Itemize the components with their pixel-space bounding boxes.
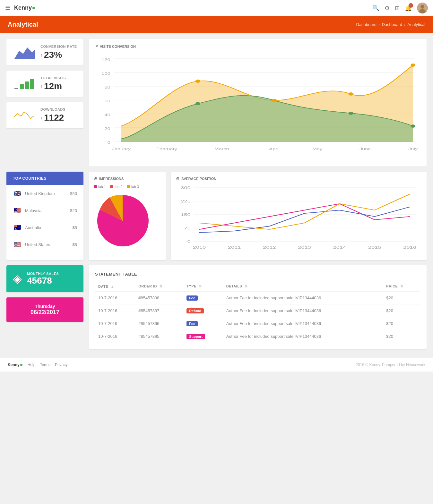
visits-value: ↑ 12m [40, 81, 77, 91]
monthly-sales-value: 45678 [27, 276, 59, 286]
svg-point-30 [411, 64, 415, 67]
notifications-icon[interactable]: 🔔5 [405, 4, 412, 12]
svg-point-29 [349, 92, 353, 96]
conversion-rate-card: CONVERSION RATE ↑ 23% [6, 39, 83, 65]
col-price[interactable]: PRICE ⇅ [383, 282, 420, 291]
sort-icon: ⇅ [160, 284, 163, 288]
svg-text:0: 0 [108, 141, 110, 145]
footer-logo: Kenny [8, 363, 22, 367]
row-1: CONVERSION RATE ↑ 23% [6, 39, 427, 167]
cell-price: $20 [383, 304, 420, 317]
visits-arrow: ↑ [40, 84, 43, 89]
col-type[interactable]: TYPE ⇅ [183, 282, 223, 291]
us-name: United States [25, 242, 69, 247]
logo: Kenny [14, 4, 35, 11]
svg-point-26 [411, 124, 415, 128]
svg-text:75: 75 [184, 226, 190, 230]
date-value: 06/22/2017 [30, 309, 59, 316]
cell-type: Support [183, 330, 223, 343]
svg-text:2011: 2011 [228, 246, 241, 249]
col-date[interactable]: DATE ▲ [95, 282, 135, 291]
my-value: $20 [70, 208, 77, 213]
cell-details: Author Fee for included support sale IVI… [223, 317, 383, 330]
svg-text:March: March [214, 147, 229, 151]
uk-name: United Kingdom [25, 191, 67, 196]
sort-icon: ▲ [111, 285, 114, 288]
settings-icon[interactable]: ⚙ [385, 4, 390, 12]
conversion-arrow: ↑ [40, 52, 43, 57]
top-countries-card: TOP COUNTRIES 🇬🇧 United Kingdom $50 🇲🇾 M… [6, 172, 83, 260]
svg-text:2015: 2015 [368, 246, 381, 249]
my-flag: 🇲🇾 [13, 206, 22, 215]
privacy-link[interactable]: Privacy [55, 363, 67, 367]
svg-point-23 [195, 102, 200, 105]
search-icon[interactable]: 🔍 [372, 4, 379, 12]
svg-text:60: 60 [104, 99, 110, 103]
date-card: Thursday 06/22/2017 [6, 297, 83, 322]
visits-label: TOTAL VISITS [40, 76, 77, 80]
cell-order-id: #85457896 [135, 317, 183, 330]
svg-text:June: June [359, 147, 371, 151]
downloads-icon-area [13, 107, 35, 123]
svg-text:225: 225 [181, 200, 190, 203]
table-row: 10-7-2016 #85457895 Support Author Fee f… [95, 330, 420, 343]
visits-conversion-chart: ↗ VISITS CONVERSION 0 20 40 60 80 100 12… [89, 39, 427, 167]
svg-text:2013: 2013 [298, 246, 311, 249]
diamond-icon: ◈ [13, 272, 22, 286]
help-link[interactable]: Help [28, 363, 36, 367]
downloads-label: DOWNLOADS [40, 107, 77, 111]
cell-details: Author Fee for included support sale IVI… [223, 304, 383, 317]
svg-text:300: 300 [181, 186, 190, 190]
svg-text:2010: 2010 [193, 246, 206, 249]
avg-pos-title: AVERAGE POSITION [181, 177, 216, 181]
terms-link[interactable]: Terms [40, 363, 50, 367]
footer-copy: 2016 © Kenny. Pampered by Hencework [356, 363, 425, 367]
svg-text:July: July [408, 147, 418, 151]
sort-icon: ⇅ [199, 284, 202, 288]
uk-value: $50 [70, 191, 77, 196]
visits-chart-title: VISITS CONVERSION [100, 45, 136, 48]
svg-rect-6 [20, 84, 24, 89]
svg-text:100: 100 [101, 72, 110, 76]
svg-text:2016: 2016 [403, 246, 416, 249]
svg-rect-7 [25, 81, 29, 89]
logo-dot [32, 7, 35, 9]
downloads-arrow: ↓ [40, 115, 43, 120]
day-name: Thursday [35, 304, 55, 309]
list-item: 🇦🇺 Australia $5 [6, 219, 83, 236]
cell-type: Fee [183, 291, 223, 304]
statement-title: STATEMENT TABLE [95, 272, 420, 277]
sort-icon: ⇅ [400, 284, 403, 288]
au-name: Australia [25, 225, 69, 230]
col-order-id[interactable]: ORDER ID ⇅ [135, 282, 183, 291]
avg-position-chart: ⏱ AVERAGE POSITION 300 225 150 75 0 [171, 172, 427, 260]
col-details[interactable]: DETAILS ⇅ [223, 282, 383, 291]
hamburger-icon[interactable]: ☰ [5, 4, 10, 12]
cell-details: Author Fee for included support sale IVI… [223, 330, 383, 343]
cell-order-id: #85457897 [135, 304, 183, 317]
svg-rect-5 [14, 88, 18, 89]
list-item: 🇬🇧 United Kingdom $50 [6, 185, 83, 202]
svg-text:January: January [112, 147, 131, 151]
cell-price: $20 [383, 291, 420, 304]
top-nav: ☰ Kenny 🔍 ⚙ ⊞ 🔔5 [0, 0, 433, 16]
table-row: 10-7-2016 #85457898 Fee Author Fee for i… [95, 291, 420, 304]
us-flag: 🇺🇸 [13, 240, 22, 249]
stat-col: CONVERSION RATE ↑ 23% [6, 39, 83, 167]
svg-rect-8 [30, 79, 34, 89]
grid-icon[interactable]: ⊞ [395, 4, 400, 12]
countries-header: TOP COUNTRIES [6, 172, 83, 185]
statement-table: DATE ▲ ORDER ID ⇅ TYPE ⇅ DETAILS [95, 282, 420, 343]
svg-point-1 [420, 5, 424, 9]
svg-point-28 [272, 99, 277, 102]
cell-order-id: #85457895 [135, 330, 183, 343]
au-value: $5 [73, 225, 77, 230]
header-band: Analytical Dashboard › Dashboard › Analy… [0, 16, 433, 33]
downloads-info: DOWNLOADS ↓ 1122 [40, 107, 77, 123]
conversion-value: ↑ 23% [40, 50, 77, 60]
legend-lab3: lab 3 [127, 185, 139, 189]
downloads-card: DOWNLOADS ↓ 1122 [6, 102, 83, 128]
svg-text:150: 150 [181, 213, 190, 217]
visits-info: TOTAL VISITS ↑ 12m [40, 76, 77, 91]
avatar[interactable] [417, 3, 428, 13]
